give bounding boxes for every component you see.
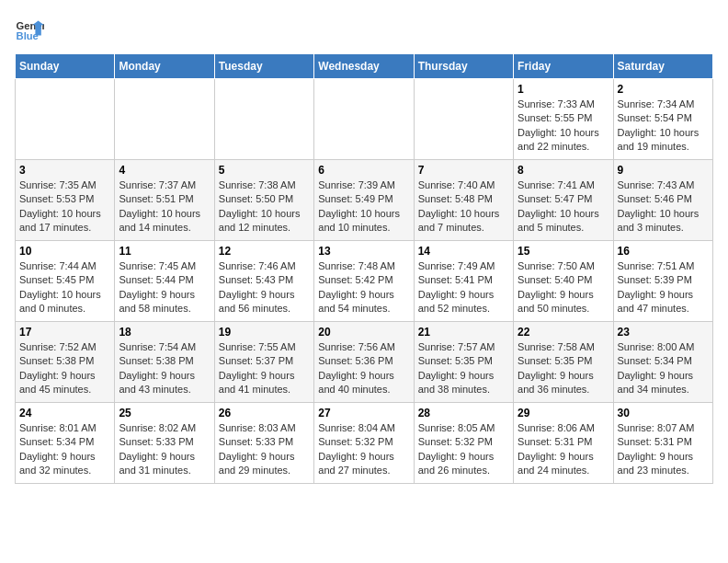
day-info: Sunrise: 8:00 AMSunset: 5:34 PMDaylight:… <box>618 340 709 397</box>
day-number: 10 <box>19 245 110 258</box>
day-info: Sunrise: 7:45 AMSunset: 5:44 PMDaylight:… <box>119 259 210 316</box>
calendar-cell: 21Sunrise: 7:57 AMSunset: 5:35 PMDayligh… <box>414 322 513 403</box>
day-info: Sunrise: 8:04 AMSunset: 5:32 PMDaylight:… <box>318 421 409 478</box>
calendar-cell: 13Sunrise: 7:48 AMSunset: 5:42 PMDayligh… <box>314 241 414 322</box>
day-info: Sunrise: 7:35 AMSunset: 5:53 PMDaylight:… <box>19 178 110 236</box>
calendar-cell: 19Sunrise: 7:55 AMSunset: 5:37 PMDayligh… <box>214 322 313 403</box>
day-number: 12 <box>219 245 310 258</box>
day-info: Sunrise: 7:52 AMSunset: 5:38 PMDaylight:… <box>19 340 110 397</box>
calendar-cell <box>414 79 513 160</box>
weekday-header-thursday: Thursday <box>414 54 513 79</box>
day-number: 20 <box>318 326 409 339</box>
day-number: 21 <box>418 326 509 339</box>
day-info: Sunrise: 7:46 AMSunset: 5:43 PMDaylight:… <box>219 259 310 316</box>
week-row-4: 17Sunrise: 7:52 AMSunset: 5:38 PMDayligh… <box>16 322 713 403</box>
day-number: 3 <box>19 164 110 177</box>
day-number: 24 <box>19 407 110 419</box>
calendar-cell: 5Sunrise: 7:38 AMSunset: 5:50 PMDaylight… <box>214 160 313 241</box>
day-number: 6 <box>318 164 409 177</box>
day-info: Sunrise: 7:33 AMSunset: 5:55 PMDaylight:… <box>518 98 609 155</box>
weekday-header-row: SundayMondayTuesdayWednesdayThursdayFrid… <box>16 54 713 79</box>
weekday-header-sunday: Sunday <box>16 54 115 79</box>
day-info: Sunrise: 7:58 AMSunset: 5:35 PMDaylight:… <box>518 340 609 397</box>
day-info: Sunrise: 7:50 AMSunset: 5:40 PMDaylight:… <box>518 259 609 316</box>
logo: General Blue <box>15 15 44 44</box>
day-info: Sunrise: 7:57 AMSunset: 5:35 PMDaylight:… <box>418 340 509 397</box>
svg-text:Blue: Blue <box>17 30 39 41</box>
calendar-cell: 20Sunrise: 7:56 AMSunset: 5:36 PMDayligh… <box>314 322 414 403</box>
page-header: General Blue <box>15 15 713 44</box>
day-info: Sunrise: 7:48 AMSunset: 5:42 PMDaylight:… <box>318 259 409 316</box>
calendar-cell: 26Sunrise: 8:03 AMSunset: 5:33 PMDayligh… <box>214 403 313 484</box>
day-number: 19 <box>219 326 310 339</box>
day-number: 30 <box>618 407 709 419</box>
day-number: 1 <box>518 83 609 96</box>
calendar-cell: 29Sunrise: 8:06 AMSunset: 5:31 PMDayligh… <box>514 403 613 484</box>
calendar-cell: 4Sunrise: 7:37 AMSunset: 5:51 PMDaylight… <box>115 160 214 241</box>
day-info: Sunrise: 7:39 AMSunset: 5:49 PMDaylight:… <box>318 178 409 236</box>
day-number: 27 <box>318 407 409 419</box>
day-info: Sunrise: 8:07 AMSunset: 5:31 PMDaylight:… <box>618 421 709 478</box>
day-number: 18 <box>119 326 210 339</box>
day-number: 15 <box>518 245 609 258</box>
day-info: Sunrise: 7:44 AMSunset: 5:45 PMDaylight:… <box>19 259 110 316</box>
day-number: 4 <box>119 164 210 177</box>
day-number: 26 <box>219 407 310 419</box>
calendar-cell: 1Sunrise: 7:33 AMSunset: 5:55 PMDaylight… <box>514 79 613 160</box>
calendar-cell <box>314 79 414 160</box>
day-info: Sunrise: 7:34 AMSunset: 5:54 PMDaylight:… <box>618 98 709 155</box>
calendar-cell: 10Sunrise: 7:44 AMSunset: 5:45 PMDayligh… <box>16 241 115 322</box>
day-info: Sunrise: 7:55 AMSunset: 5:37 PMDaylight:… <box>219 340 310 397</box>
day-number: 17 <box>19 326 110 339</box>
calendar-cell: 7Sunrise: 7:40 AMSunset: 5:48 PMDaylight… <box>414 160 513 241</box>
day-number: 7 <box>418 164 509 177</box>
day-number: 2 <box>618 83 709 96</box>
day-number: 28 <box>418 407 509 419</box>
weekday-header-tuesday: Tuesday <box>214 54 313 79</box>
weekday-header-saturday: Saturday <box>613 54 712 79</box>
day-number: 13 <box>318 245 409 258</box>
day-info: Sunrise: 7:41 AMSunset: 5:47 PMDaylight:… <box>518 178 609 236</box>
day-number: 23 <box>618 326 709 339</box>
day-number: 8 <box>518 164 609 177</box>
weekday-header-wednesday: Wednesday <box>314 54 414 79</box>
calendar-cell <box>16 79 115 160</box>
weekday-header-friday: Friday <box>514 54 613 79</box>
day-info: Sunrise: 8:03 AMSunset: 5:33 PMDaylight:… <box>219 421 310 478</box>
day-number: 16 <box>618 245 709 258</box>
day-info: Sunrise: 8:06 AMSunset: 5:31 PMDaylight:… <box>518 421 609 478</box>
calendar-cell: 3Sunrise: 7:35 AMSunset: 5:53 PMDaylight… <box>16 160 115 241</box>
calendar-cell: 11Sunrise: 7:45 AMSunset: 5:44 PMDayligh… <box>115 241 214 322</box>
weekday-header-monday: Monday <box>115 54 214 79</box>
calendar-cell <box>115 79 214 160</box>
week-row-2: 3Sunrise: 7:35 AMSunset: 5:53 PMDaylight… <box>16 160 713 241</box>
calendar-cell: 18Sunrise: 7:54 AMSunset: 5:38 PMDayligh… <box>115 322 214 403</box>
calendar-cell: 9Sunrise: 7:43 AMSunset: 5:46 PMDaylight… <box>613 160 712 241</box>
day-number: 25 <box>119 407 210 419</box>
calendar-cell: 23Sunrise: 8:00 AMSunset: 5:34 PMDayligh… <box>613 322 712 403</box>
calendar-cell: 2Sunrise: 7:34 AMSunset: 5:54 PMDaylight… <box>613 79 712 160</box>
day-info: Sunrise: 7:54 AMSunset: 5:38 PMDaylight:… <box>119 340 210 397</box>
calendar-cell: 28Sunrise: 8:05 AMSunset: 5:32 PMDayligh… <box>414 403 513 484</box>
day-info: Sunrise: 7:38 AMSunset: 5:50 PMDaylight:… <box>219 178 310 236</box>
calendar-cell: 8Sunrise: 7:41 AMSunset: 5:47 PMDaylight… <box>514 160 613 241</box>
day-number: 22 <box>518 326 609 339</box>
calendar-cell: 27Sunrise: 8:04 AMSunset: 5:32 PMDayligh… <box>314 403 414 484</box>
calendar-cell: 6Sunrise: 7:39 AMSunset: 5:49 PMDaylight… <box>314 160 414 241</box>
week-row-1: 1Sunrise: 7:33 AMSunset: 5:55 PMDaylight… <box>16 79 713 160</box>
day-info: Sunrise: 7:43 AMSunset: 5:46 PMDaylight:… <box>618 178 709 236</box>
week-row-3: 10Sunrise: 7:44 AMSunset: 5:45 PMDayligh… <box>16 241 713 322</box>
day-info: Sunrise: 7:51 AMSunset: 5:39 PMDaylight:… <box>618 259 709 316</box>
calendar-cell: 12Sunrise: 7:46 AMSunset: 5:43 PMDayligh… <box>214 241 313 322</box>
calendar-cell: 14Sunrise: 7:49 AMSunset: 5:41 PMDayligh… <box>414 241 513 322</box>
calendar-table: SundayMondayTuesdayWednesdayThursdayFrid… <box>15 53 713 484</box>
calendar-cell: 17Sunrise: 7:52 AMSunset: 5:38 PMDayligh… <box>16 322 115 403</box>
day-info: Sunrise: 8:01 AMSunset: 5:34 PMDaylight:… <box>19 421 110 478</box>
day-info: Sunrise: 7:49 AMSunset: 5:41 PMDaylight:… <box>418 259 509 316</box>
logo-icon: General Blue <box>15 15 44 44</box>
calendar-cell <box>214 79 313 160</box>
day-info: Sunrise: 7:40 AMSunset: 5:48 PMDaylight:… <box>418 178 509 236</box>
day-number: 9 <box>618 164 709 177</box>
day-number: 14 <box>418 245 509 258</box>
day-info: Sunrise: 7:56 AMSunset: 5:36 PMDaylight:… <box>318 340 409 397</box>
